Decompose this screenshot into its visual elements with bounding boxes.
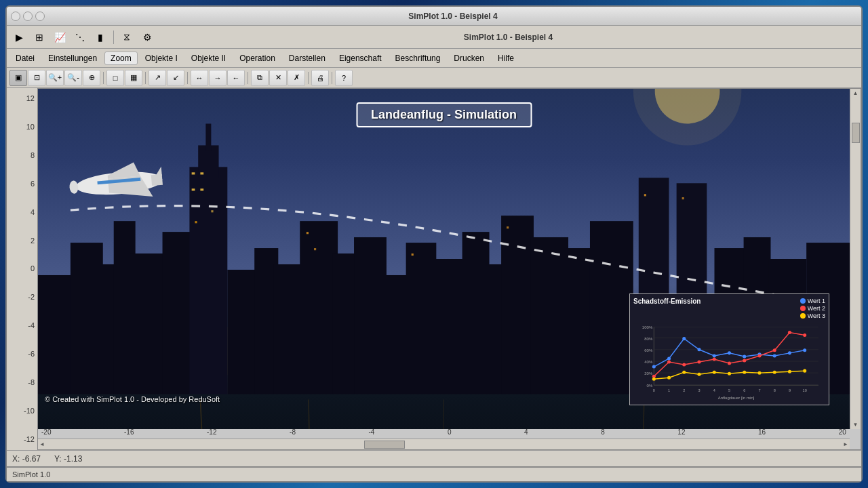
zoom-fit-btn[interactable]: ⊕ <box>83 70 100 86</box>
svg-text:10: 10 <box>803 388 807 392</box>
menu-einstellungen[interactable]: Einstellungen <box>42 52 103 65</box>
svg-rect-12 <box>205 124 211 151</box>
y-label-n2: -2 <box>9 293 35 301</box>
bottom-bar: SimPlot 1.0 <box>7 466 861 481</box>
menu-bar: Datei Einstellungen Zoom Objekte I Objek… <box>7 49 861 68</box>
scroll-thumb-right[interactable] <box>852 123 860 143</box>
close-button[interactable] <box>11 12 20 21</box>
tb2-sep2 <box>145 72 146 84</box>
help-btn[interactable]: ? <box>335 70 353 86</box>
copy-tool[interactable]: ⊡ <box>28 70 45 86</box>
export-btn[interactable]: ↗ <box>149 70 166 86</box>
x-coordinate: X: -6.67 <box>12 454 41 464</box>
minimize-button[interactable] <box>23 12 33 21</box>
plot-area[interactable]: Landeanflug - Simulation © Created with … <box>37 88 861 450</box>
svg-point-101 <box>728 362 731 365</box>
svg-point-106 <box>803 333 806 337</box>
y-label-n6: -6 <box>9 350 35 358</box>
svg-point-109 <box>682 371 686 374</box>
y-label-n8: -8 <box>9 379 35 386</box>
svg-rect-39 <box>211 210 213 212</box>
copy2-btn[interactable]: ⧉ <box>251 70 269 86</box>
svg-point-117 <box>803 369 806 373</box>
move-r-btn[interactable]: → <box>209 70 226 86</box>
zoom-in-btn[interactable]: 🔍+ <box>46 70 64 86</box>
zoom-out-btn[interactable]: 🔍- <box>64 70 82 86</box>
toolbar-title: SimPlot 1.0 - Beispiel 4 <box>464 33 553 42</box>
svg-rect-15 <box>192 188 195 190</box>
menu-darstellen[interactable]: Darstellen <box>283 52 332 65</box>
y-label-12: 12 <box>9 95 35 102</box>
menu-datei[interactable]: Datei <box>9 52 41 65</box>
svg-text:4: 4 <box>713 388 715 392</box>
rect2-tool[interactable]: ▦ <box>125 70 142 86</box>
y-label-0: 0 <box>9 265 35 272</box>
maximize-button[interactable] <box>35 12 45 21</box>
svg-point-99 <box>698 360 701 363</box>
legend-wert1: Wert 1 <box>800 298 825 304</box>
import-btn[interactable]: ↙ <box>167 70 184 86</box>
menu-drucken[interactable]: Drucken <box>448 52 490 65</box>
move-h-btn[interactable]: ↔ <box>191 70 208 86</box>
delete2-btn[interactable]: ✗ <box>288 70 305 86</box>
menu-beschriftung[interactable]: Beschriftung <box>389 52 447 65</box>
svg-text:1: 1 <box>668 388 670 392</box>
y-label-n4: -4 <box>9 322 35 329</box>
scroll-thumb-bottom[interactable] <box>364 441 405 449</box>
scroll-left-arrow[interactable]: ◄ <box>38 440 46 449</box>
svg-point-90 <box>728 351 731 354</box>
x-label-8: 8 <box>601 428 605 436</box>
svg-text:0: 0 <box>653 388 655 392</box>
svg-rect-14 <box>200 172 203 174</box>
bar-button[interactable]: ▮ <box>91 28 110 46</box>
plot-background: Landeanflug - Simulation © Created with … <box>38 89 850 429</box>
delete-btn[interactable]: ✕ <box>269 70 287 86</box>
menu-zoom[interactable]: Zoom <box>104 52 138 65</box>
scrollbar-right[interactable]: ▲ ▼ <box>850 89 861 429</box>
svg-text:0%: 0% <box>647 384 653 388</box>
svg-point-113 <box>743 371 746 374</box>
chart-button[interactable]: 📈 <box>50 28 69 46</box>
svg-point-94 <box>788 351 791 354</box>
window-controls <box>11 12 45 21</box>
scroll-track-bottom <box>46 440 842 449</box>
copyright-text: © Created with SimPlot 1.0 - Developed b… <box>45 395 220 403</box>
x-label-n12: -12 <box>207 428 216 436</box>
select-tool[interactable]: ▣ <box>9 70 27 86</box>
scatter-button[interactable]: ⋱ <box>71 28 90 46</box>
play-button[interactable]: ▶ <box>9 28 28 46</box>
scroll-right-arrow[interactable]: ► <box>842 440 850 449</box>
chart-title: Schadstoff-Emission <box>633 298 701 319</box>
svg-point-108 <box>667 376 671 380</box>
rect-tool[interactable]: □ <box>106 70 124 86</box>
title-bar: SimPlot 1.0 - Beispiel 4 <box>7 7 861 26</box>
svg-text:Anflugdauer [in min]: Anflugdauer [in min] <box>718 396 755 400</box>
scrollbar-bottom[interactable]: ◄ ► <box>38 439 850 449</box>
tb2-sep5 <box>308 72 309 84</box>
svg-point-112 <box>728 372 731 375</box>
scroll-down-arrow[interactable]: ▼ <box>852 420 860 429</box>
svg-point-105 <box>788 331 791 334</box>
grid-button[interactable]: ⊞ <box>30 28 49 46</box>
move-l-btn[interactable]: ← <box>227 70 245 86</box>
svg-text:6: 6 <box>743 388 745 392</box>
menu-operation[interactable]: Operation <box>233 52 281 65</box>
toolbar-sep-1 <box>113 30 114 44</box>
tb2-sep4 <box>248 72 248 84</box>
scroll-up-arrow[interactable]: ▲ <box>852 89 860 98</box>
settings-button[interactable]: ⚙ <box>138 28 157 46</box>
svg-rect-38 <box>195 221 197 223</box>
menu-objekte1[interactable]: Objekte I <box>139 52 184 65</box>
x-label-n20: -20 <box>41 428 51 436</box>
print-btn[interactable]: 🖨 <box>311 70 329 86</box>
tb2-sep3 <box>187 72 188 84</box>
y-label-n12: -12 <box>9 436 35 443</box>
main-window: SimPlot 1.0 - Beispiel 4 ▶ ⊞ 📈 ⋱ ▮ ⧖ ⚙ S… <box>5 5 863 483</box>
menu-objekte2[interactable]: Objekte II <box>185 52 232 65</box>
svg-text:40%: 40% <box>644 360 653 364</box>
x-label-n8: -8 <box>290 428 296 436</box>
menu-eigenschaft[interactable]: Eigenschaft <box>333 52 388 65</box>
legend-label-2: Wert 2 <box>808 305 825 312</box>
filter-button[interactable]: ⧖ <box>117 28 136 46</box>
menu-hilfe[interactable]: Hilfe <box>492 52 520 65</box>
